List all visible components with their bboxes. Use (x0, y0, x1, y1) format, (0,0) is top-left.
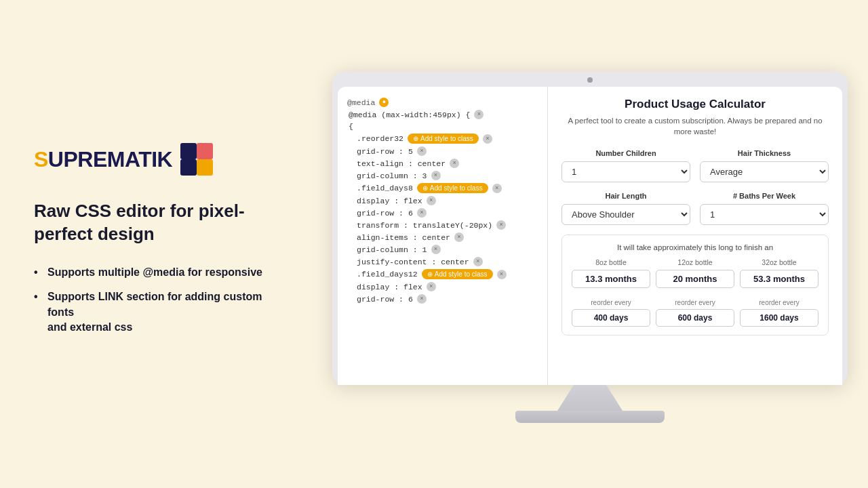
close-icon-grid-row-6a[interactable]: × (417, 208, 427, 218)
close-icon-media[interactable]: × (474, 110, 484, 119)
bottle-size-12oz: 12oz bottle (653, 258, 737, 266)
svg-rect-1 (180, 159, 197, 176)
stand-neck (549, 385, 631, 411)
field-days12-text: .field_days12 (357, 270, 418, 279)
calc-title: Product Usage Calculator (561, 98, 829, 111)
close-icon-grid-row-6b[interactable]: × (417, 294, 427, 304)
reorder-label-12oz: reorder every (653, 299, 737, 306)
baths-per-week-label: # Baths Per Week (700, 192, 829, 200)
bottle-col-12oz: 12oz bottle 20 months (653, 258, 737, 288)
add-style-label-3: Add style to class (435, 270, 488, 278)
reorder-days-32oz: 1600 days (740, 309, 818, 327)
reorder-col-12oz: reorder every 600 days (653, 293, 737, 327)
reorder-days-8oz: 400 days (572, 309, 650, 327)
calc-result-intro: It will take approximately this long to … (569, 243, 821, 251)
reorder-label-32oz: reorder every (737, 299, 821, 306)
reorder-col-32oz: reorder every 1600 days (737, 293, 821, 327)
code-line-transform: transform : translateY(-20px) × (338, 219, 547, 231)
at-media-text: @media (347, 98, 375, 107)
code-line-align-items: align-items : center × (338, 231, 547, 243)
text-align-text: text-align : center (357, 159, 446, 168)
brand: SUPREMATIK (34, 143, 278, 176)
monitor-stand (515, 385, 665, 423)
bottle-months-8oz: 13.3 months (572, 270, 650, 288)
close-icon-days8[interactable]: × (492, 184, 502, 193)
svg-rect-3 (180, 143, 197, 159)
monitor-screen: @media ● @media (max-width:459px) { × { … (338, 87, 842, 385)
close-icon-justify[interactable]: × (473, 257, 483, 266)
add-style-button-days8[interactable]: ⊕ Add style to class (417, 183, 488, 193)
calc-row-2: Hair Length Above Shoulder Shoulder Belo… (561, 192, 829, 225)
bottle-months-12oz: 20 months (656, 270, 734, 288)
svg-rect-0 (197, 143, 213, 159)
close-icon-reorder32[interactable]: × (483, 134, 492, 144)
grid-col-3-text: grid-column : 3 (357, 171, 427, 180)
hair-thickness-select[interactable]: Average Thin Thick (700, 161, 829, 182)
close-icon-grid-col-3[interactable]: × (431, 171, 441, 180)
left-panel: SUPREMATIK Raw CSS editor for pixel-perf… (0, 116, 312, 371)
code-line-media-query: @media (max-width:459px) { × (338, 108, 547, 121)
reorder-columns: reorder every 400 days reorder every 600… (569, 293, 821, 327)
hair-length-label: Hair Length (561, 192, 690, 200)
display-flex-1-text: display : flex (357, 197, 422, 205)
code-line-at-media: @media ● (338, 96, 547, 108)
hair-length-field: Hair Length Above Shoulder Shoulder Belo… (561, 192, 690, 225)
brace-text: { (349, 122, 353, 131)
plus-icon-2: ⊕ (422, 184, 428, 192)
calc-row-1: Number Children 1 2 3 Hair Thickness Ave… (561, 149, 829, 182)
number-children-label: Number Children (561, 149, 690, 157)
at-media-badge: ● (379, 98, 389, 107)
reorder-col-8oz: reorder every 400 days (569, 293, 653, 327)
reorder32-text: .reorder32 (357, 134, 403, 143)
feature-item-2: Supports LINK section for adding custom … (34, 289, 278, 335)
brand-name: SUPREMATIK (34, 147, 172, 172)
baths-per-week-select[interactable]: 1 2 3 4 5 6 7 (700, 204, 829, 225)
media-query-text: @media (max-width:459px) { (349, 110, 470, 119)
close-icon-grid-row-5[interactable]: × (417, 146, 427, 156)
close-icon-display-flex-2[interactable]: × (427, 282, 436, 291)
number-children-select[interactable]: 1 2 3 (561, 161, 690, 182)
grid-row-5-text: grid-row : 5 (357, 147, 413, 156)
close-icon-days12[interactable]: × (497, 270, 507, 279)
baths-per-week-field: # Baths Per Week 1 2 3 4 5 6 7 (700, 192, 829, 225)
feature-text-2: Supports LINK section for adding custom … (47, 291, 262, 333)
code-editor-panel: @media ● @media (max-width:459px) { × { … (338, 87, 548, 385)
number-children-field: Number Children 1 2 3 (561, 149, 690, 182)
transform-text: transform : translateY(-20px) (357, 221, 492, 230)
monitor-container: @media ● @media (max-width:459px) { × { … (312, 58, 868, 430)
code-line-grid-col-3: grid-column : 3 × (338, 169, 547, 182)
calc-result: It will take approximately this long to … (561, 235, 829, 336)
code-line-field-days12: .field_days12 ⊕ Add style to class × (338, 268, 547, 281)
close-icon-text-align[interactable]: × (450, 159, 459, 168)
bottle-months-32oz: 53.3 months (740, 270, 818, 288)
bottle-columns: 8oz bottle 13.3 months 12oz bottle 20 mo… (569, 258, 821, 288)
hair-thickness-label: Hair Thickness (700, 149, 829, 157)
calc-subtitle: A perfect tool to create a custom subscr… (561, 115, 829, 137)
plus-icon: ⊕ (413, 135, 418, 142)
bottle-col-32oz: 32oz bottle 53.3 months (737, 258, 821, 288)
grid-row-6a-text: grid-row : 6 (357, 209, 413, 218)
brand-s: S (34, 147, 48, 171)
reorder-label-8oz: reorder every (569, 299, 653, 306)
monitor: @media ● @media (max-width:459px) { × { … (332, 72, 848, 385)
code-line-grid-row-6-b: grid-row : 6 × (338, 293, 547, 305)
code-line-text-align: text-align : center × (338, 157, 547, 169)
add-style-label-2: Add style to class (430, 184, 483, 192)
close-icon-transform[interactable]: × (496, 220, 506, 230)
justify-content-text: justify-content : center (357, 258, 469, 266)
features-list: Supports multiple @media for responsive … (34, 265, 278, 336)
add-style-button-reorder32[interactable]: ⊕ Add style to class (408, 134, 479, 144)
hair-length-select[interactable]: Above Shoulder Shoulder Below Shoulder S… (561, 204, 690, 225)
code-line-brace: { (338, 121, 547, 132)
code-line-grid-col-1: grid-column : 1 × (338, 243, 547, 256)
display-flex-2-text: display : flex (357, 283, 422, 291)
field-days8-text: .field_days8 (357, 184, 413, 192)
add-style-button-days12[interactable]: ⊕ Add style to class (422, 269, 493, 279)
feature-item: Supports multiple @media for responsive (34, 265, 278, 280)
align-items-text: align-items : center (357, 233, 450, 242)
close-icon-grid-col-1[interactable]: × (431, 245, 441, 254)
add-style-label: Add style to class (420, 135, 473, 142)
hair-thickness-field: Hair Thickness Average Thin Thick (700, 149, 829, 182)
close-icon-display-flex-1[interactable]: × (427, 196, 436, 205)
close-icon-align-items[interactable]: × (454, 232, 464, 242)
